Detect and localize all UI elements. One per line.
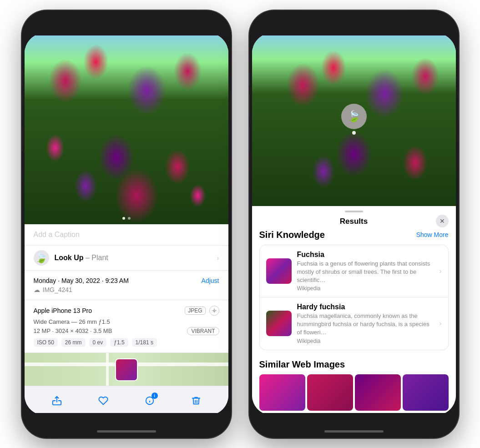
visual-lookup-icon: 🍃 <box>34 250 49 266</box>
dot-1 <box>122 217 125 220</box>
favorite-button[interactable] <box>94 392 112 410</box>
phone-2: 🍃 Results ✕ Siri Knowledge Show Mo <box>249 10 459 438</box>
results-sheet: Results ✕ Siri Knowledge Show More <box>252 206 456 415</box>
share-button[interactable] <box>48 392 66 410</box>
side-btn-left2-1 <box>22 95 22 120</box>
info-button[interactable]: i <box>141 392 159 410</box>
side-btn-left1-2 <box>249 70 250 86</box>
similar-image-2[interactable] <box>307 374 353 411</box>
device-section: Apple iPhone 13 Pro JPEG Wide Camera — 2… <box>25 300 228 353</box>
similar-title: Similar Web Images <box>259 359 449 370</box>
exif-iso: ISO 50 <box>34 338 58 347</box>
adjust-button[interactable]: Adjust <box>202 277 219 284</box>
exif-shutter: 1/181 s <box>132 338 157 347</box>
format-badges: JPEG <box>185 306 219 316</box>
photo-dots <box>122 217 131 220</box>
side-btn-right-2 <box>458 92 459 120</box>
phone-1: Add a Caption 🍃 Look Up – Plant › Monday… <box>22 10 231 438</box>
siri-knowledge-title: Siri Knowledge <box>259 230 325 240</box>
side-btn-left3-2 <box>249 126 250 151</box>
delete-button[interactable] <box>187 392 205 410</box>
lookup-label: Look Up – Plant <box>55 254 108 262</box>
camera-settings-icon[interactable] <box>209 306 219 316</box>
knowledge-card: Fuchsia Fuchsia is a genus of flowering … <box>259 245 449 350</box>
svg-point-0 <box>213 310 215 312</box>
info-badge: i <box>152 393 158 399</box>
date-text: Monday · May 30, 2022 · 9:23 AM <box>34 277 129 284</box>
side-btn-left2-2 <box>249 95 250 120</box>
visual-lookup-button[interactable]: 🍃 <box>341 104 367 129</box>
siri-header: Siri Knowledge Show More <box>259 230 449 240</box>
lookup-label-text: Look Up <box>55 254 84 262</box>
camera-details: Wide Camera — 26 mm ƒ1.5 <box>34 318 219 325</box>
photo-section-1 <box>25 33 228 224</box>
side-btn-left3-1 <box>22 126 22 151</box>
knowledge-item-hardy[interactable]: Hardy fuchsia Fuchsia magellanica, commo… <box>260 297 448 350</box>
phones-container: Add a Caption 🍃 Look Up – Plant › Monday… <box>13 1 468 447</box>
similar-images-grid <box>259 374 449 411</box>
similar-images-section: Similar Web Images <box>252 354 456 414</box>
fuchsia-chevron-icon: › <box>440 267 442 275</box>
fuchsia-thumbnail <box>266 258 292 284</box>
dot-2 <box>128 217 131 220</box>
hardy-chevron-icon: › <box>440 320 442 327</box>
lookup-type-text: Plant <box>91 254 108 262</box>
home-bar-2 <box>324 430 384 433</box>
similar-image-3[interactable] <box>355 374 401 411</box>
results-header: Results ✕ <box>252 212 456 230</box>
resolution-text: 12 MP · 3024 × 4032 · 3.5 MB <box>34 327 112 334</box>
fuchsia-content: Fuchsia Fuchsia is a genus of flowering … <box>297 251 436 292</box>
knowledge-item-fuchsia[interactable]: Fuchsia Fuchsia is a genus of flowering … <box>260 245 448 298</box>
side-btn-right-1 <box>231 92 231 120</box>
close-button[interactable]: ✕ <box>436 215 449 227</box>
device-name: Apple iPhone 13 Pro <box>34 307 92 314</box>
toolbar: i <box>25 386 228 415</box>
phone-screen-2: 🍃 Results ✕ Siri Knowledge Show Mo <box>252 33 456 415</box>
map-road-v <box>106 353 109 386</box>
exif-row: ISO 50 26 mm 0 ev ƒ1.5 1/181 s <box>34 338 219 347</box>
flower-bg-1 <box>25 33 228 224</box>
hardy-thumbnail <box>266 311 292 336</box>
exif-ev: 0 ev <box>89 338 107 347</box>
show-more-button[interactable]: Show More <box>416 231 449 238</box>
metadata-section: Monday · May 30, 2022 · 9:23 AM Adjust ☁… <box>25 271 228 300</box>
similar-image-1[interactable] <box>259 374 305 411</box>
cloud-icon: ☁ <box>34 286 40 293</box>
fuchsia-source: Wikipedia <box>297 285 436 292</box>
map-bg <box>25 353 228 386</box>
caption-placeholder: Add a Caption <box>34 231 80 238</box>
leaf-icon: 🍃 <box>35 252 47 264</box>
fuchsia-name: Fuchsia <box>297 251 436 259</box>
map-section[interactable] <box>25 353 228 386</box>
hardy-desc: Fuchsia magellanica, commonly known as t… <box>297 312 436 337</box>
caption-area[interactable]: Add a Caption <box>25 224 228 246</box>
visual-lookup-dot <box>352 131 356 135</box>
photo-section-2: 🍃 <box>252 33 456 206</box>
results-title: Results <box>340 217 368 226</box>
notch-1 <box>99 17 154 30</box>
lookup-chevron-icon: › <box>217 254 219 262</box>
fuchsia-desc: Fuchsia is a genus of flowering plants t… <box>297 260 436 285</box>
lookup-row[interactable]: 🍃 Look Up – Plant › <box>25 246 228 271</box>
phone-screen-1: Add a Caption 🍃 Look Up – Plant › Monday… <box>25 33 228 415</box>
home-bar-1 <box>97 430 156 433</box>
style-badge: VIBRANT <box>187 327 219 335</box>
siri-knowledge-section: Siri Knowledge Show More Fuchsia Fuchsia… <box>252 230 456 354</box>
side-btn-left1-1 <box>22 70 22 86</box>
filename-text: IMG_4241 <box>43 286 72 293</box>
hardy-content: Hardy fuchsia Fuchsia magellanica, commo… <box>297 303 436 344</box>
similar-image-4[interactable] <box>403 374 449 411</box>
exif-focal: 26 mm <box>61 338 86 347</box>
exif-aperture: ƒ1.5 <box>110 338 128 347</box>
close-icon: ✕ <box>440 217 445 225</box>
hardy-source: Wikipedia <box>297 338 436 344</box>
hardy-name: Hardy fuchsia <box>297 303 436 311</box>
map-photo-thumb <box>115 358 138 381</box>
format-badge: JPEG <box>185 307 205 315</box>
notch-2 <box>327 17 381 30</box>
